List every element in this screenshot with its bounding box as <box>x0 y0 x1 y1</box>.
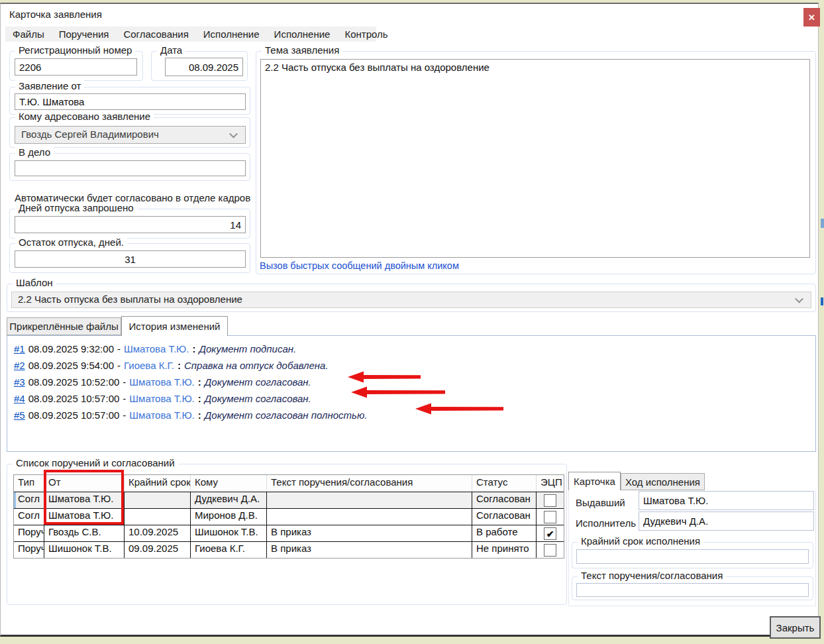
tasks-grid-header: Тип От Крайний срок Кому Текст поручения… <box>14 475 564 492</box>
exec-deadline-input[interactable] <box>576 549 809 564</box>
days-left-label: Остаток отпуска, дней. <box>15 237 127 248</box>
days-requested-label: Дней отпуска запрошено <box>15 202 137 213</box>
history-item-link[interactable]: #1 <box>14 343 25 354</box>
group-exec-deadline: Крайний срок исполнения <box>572 542 813 568</box>
days-left-input[interactable] <box>15 250 246 268</box>
col-header-to[interactable]: Кому <box>191 475 267 492</box>
group-task-text: Текст поручения/согласования <box>572 576 813 600</box>
menu-item-approvals[interactable]: Согласования <box>116 28 195 40</box>
executor-label: Исполнитель <box>576 517 636 529</box>
detail-panel: Выдавший Исполнитель Крайний срок исполн… <box>568 490 816 606</box>
template-label: Шаблон <box>13 277 56 288</box>
menu-item-orders[interactable]: Поручения <box>52 28 117 40</box>
tasks-group-label: Список поручений и согласований <box>13 457 178 468</box>
menu-item-files[interactable]: Файлы <box>5 28 52 40</box>
tab-attached-files[interactable]: Прикреплённые файлы <box>7 317 121 335</box>
history-item[interactable]: #208.09.2025 9:54:00-Гиоева К.Г.:Справка… <box>14 357 809 374</box>
group-template: Шаблон 2.2 Часть отпуска без выплаты на … <box>7 284 816 312</box>
history-item[interactable]: #108.09.2025 9:32:00-Шматова Т.Ю.:Докуме… <box>14 341 809 357</box>
menu-item-control[interactable]: Контроль <box>337 28 395 40</box>
col-header-ecp[interactable]: ЭЦП <box>537 475 564 492</box>
chevron-down-icon <box>229 129 238 138</box>
subject-textarea[interactable]: 2.2 Часть отпуска без выплаты на оздоров… <box>260 59 810 258</box>
group-days-left: Остаток отпуска, дней. <box>9 243 250 273</box>
table-row[interactable]: Поруч Шишонок Т.В. 09.09.2025 Гиоева К.Г… <box>14 541 564 558</box>
history-list: #108.09.2025 9:32:00-Шматова Т.Ю.:Докуме… <box>7 335 816 452</box>
ecp-checkbox[interactable] <box>544 544 556 557</box>
group-reg-number: Регистрационный номер <box>9 51 143 81</box>
ecp-checkbox[interactable] <box>544 511 556 523</box>
issuer-label: Выдавший <box>576 497 625 508</box>
table-row[interactable]: Поруч Гвоздь С.В. 10.09.2025 Шишонок Т.В… <box>14 525 564 541</box>
col-header-deadline[interactable]: Крайний срок <box>125 475 191 492</box>
ecp-checkbox[interactable]: ✔ <box>544 527 556 540</box>
history-item[interactable]: #308.09.2025 10:52:00-Шматова Т.Ю.:Докум… <box>14 374 809 390</box>
tab-attached-files-label: Прикреплённые файлы <box>9 321 118 332</box>
reg-number-input[interactable] <box>15 58 137 76</box>
col-header-type[interactable]: Тип <box>14 475 44 492</box>
history-item[interactable]: #508.09.2025 10:57:00-Шматова Т.Ю.:Докум… <box>14 407 809 423</box>
screenshot-root: Карточка заявления ✕ Файлы Поручения Сог… <box>0 0 824 644</box>
days-requested-input[interactable] <box>15 216 246 233</box>
addressee-label: Кому адресовано заявление <box>15 111 154 122</box>
template-value: 2.2 Часть отпуска без выплаты на оздоров… <box>18 294 242 305</box>
close-icon: ✕ <box>808 13 815 23</box>
group-days-requested: Дней отпуска запрошено <box>9 209 250 239</box>
issuer-input[interactable] <box>639 491 814 510</box>
case-label: В дело <box>15 146 54 158</box>
template-combobox[interactable]: 2.2 Часть отпуска без выплаты на оздоров… <box>11 292 811 308</box>
table-row[interactable]: Согл Шматова Т.Ю. Дудкевич Д.А. Согласов… <box>14 492 564 508</box>
history-item-link[interactable]: #4 <box>14 393 25 404</box>
quick-messages-link[interactable]: Вызов быстрых сообщений двойным кликом <box>260 260 459 271</box>
group-case: В дело <box>9 153 250 181</box>
tab-card[interactable]: Карточка <box>568 472 621 490</box>
task-text-input[interactable] <box>576 583 809 597</box>
addressee-combobox[interactable]: Гвоздь Сергей Владимирович <box>15 126 246 144</box>
close-dialog-button[interactable]: Закрыть <box>770 616 821 639</box>
tab-execution-progress-label: Ход исполнения <box>625 476 700 488</box>
window-close-button[interactable]: ✕ <box>803 8 820 27</box>
col-header-status[interactable]: Статус <box>472 475 537 492</box>
menu-item-execution-1[interactable]: Исполнение <box>196 28 267 40</box>
background-window-artifact <box>821 219 824 228</box>
applicant-input[interactable] <box>15 93 246 110</box>
chevron-down-icon <box>795 294 803 303</box>
window-title: Карточка заявления <box>9 9 102 20</box>
check-icon: ✔ <box>546 529 554 539</box>
tab-card-label: Карточка <box>574 476 615 487</box>
executor-input[interactable] <box>639 511 814 531</box>
history-item-link[interactable]: #2 <box>14 360 25 371</box>
menu-bar: Файлы Поручения Согласования Исполнение … <box>5 27 376 42</box>
date-input[interactable] <box>165 58 243 76</box>
tab-change-history[interactable]: История изменений <box>121 316 228 336</box>
history-item-link[interactable]: #5 <box>14 409 25 421</box>
col-header-text[interactable]: Текст поручения/согласования <box>267 475 472 492</box>
col-header-from[interactable]: От <box>44 475 125 492</box>
tasks-grid: Тип От Крайний срок Кому Текст поручения… <box>13 474 564 559</box>
history-item[interactable]: #408.09.2025 10:57:00-Шматова Т.Ю.:Докум… <box>14 390 809 407</box>
close-dialog-button-label: Закрыть <box>776 622 815 633</box>
table-row[interactable]: Согл Шматова Т.Ю. Миронов Д.В. Согласова… <box>14 508 564 525</box>
exec-deadline-label: Крайний срок исполнения <box>578 535 703 547</box>
group-addressee: Кому адресовано заявление Гвоздь Сергей … <box>9 117 250 148</box>
reg-number-label: Регистрационный номер <box>15 44 135 56</box>
date-label: Дата <box>157 44 185 56</box>
addressee-value: Гвоздь Сергей Владимирович <box>21 129 159 140</box>
history-item-link[interactable]: #3 <box>14 376 25 388</box>
background-window-artifact <box>821 297 823 305</box>
group-date: Дата <box>151 51 248 81</box>
tab-execution-progress[interactable]: Ход исполнения <box>621 473 705 490</box>
ecp-checkbox[interactable] <box>544 494 556 507</box>
case-input[interactable] <box>15 160 246 176</box>
menu-item-execution-2[interactable]: Исполнение <box>267 28 338 40</box>
task-text-label: Текст поручения/согласования <box>578 570 726 581</box>
tab-change-history-label: История изменений <box>129 321 221 332</box>
group-tasks: Список поручений и согласований Тип От К… <box>7 464 567 605</box>
subject-label: Тема заявления <box>262 44 342 56</box>
group-subject: Тема заявления 2.2 Часть отпуска без вып… <box>256 51 816 274</box>
applicant-label: Заявление от <box>15 80 84 91</box>
